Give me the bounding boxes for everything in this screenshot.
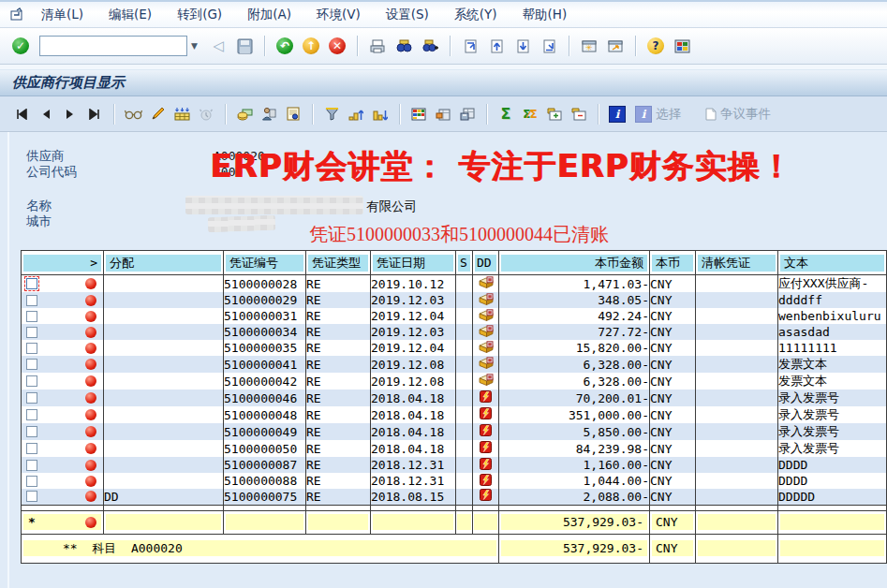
cell-doc-type[interactable]: RE — [306, 324, 371, 340]
switch-view-icon[interactable] — [171, 104, 192, 125]
row-checkbox[interactable] — [26, 460, 37, 471]
row-checkbox[interactable] — [26, 375, 37, 387]
cell-dd[interactable] — [473, 324, 499, 340]
cell-doc-type[interactable]: RE — [306, 356, 371, 373]
command-field[interactable] — [39, 36, 187, 56]
cell-doc-number[interactable]: 5100000088 — [224, 473, 306, 489]
cell-doc-date[interactable]: 2019.12.04 — [371, 340, 456, 356]
next-page-icon[interactable] — [511, 35, 534, 57]
display-glasses-icon[interactable] — [123, 104, 143, 125]
cell-text[interactable]: 发票文本 — [778, 356, 887, 373]
col-header-text[interactable]: 文本 — [778, 251, 887, 275]
cell-s[interactable] — [456, 440, 473, 457]
cell-doc-date[interactable]: 2019.12.08 — [371, 373, 456, 390]
table-row[interactable]: 5100000028 RE 2019.10.12 1,471.03- CNY 应… — [22, 275, 887, 293]
cell-s[interactable] — [456, 308, 473, 324]
cell-doc-number[interactable]: 5100000049 — [224, 423, 306, 440]
cell-s[interactable] — [456, 275, 473, 293]
cell-amount[interactable]: 1,160.00- — [499, 457, 650, 473]
cell-text[interactable]: asasdad — [778, 324, 887, 340]
cell-assignment[interactable] — [104, 308, 224, 324]
print-icon[interactable] — [366, 35, 389, 57]
cell-currency[interactable]: CNY — [650, 292, 696, 308]
table-row[interactable]: 5100000088 RE 2018.12.31 1,044.00- CNY D… — [22, 473, 887, 489]
cell-clearing-doc[interactable] — [696, 489, 778, 505]
menu-item-settings[interactable]: 设置(S) — [386, 7, 429, 23]
cell-clearing-doc[interactable] — [696, 308, 778, 324]
cell-text[interactable]: DDDD — [778, 457, 887, 473]
cell-dd[interactable] — [473, 457, 499, 473]
cell-currency[interactable]: CNY — [650, 324, 696, 340]
find-next-icon[interactable] — [419, 35, 441, 57]
cell-text[interactable]: wenbenbixuluru — [778, 308, 887, 324]
cell-s[interactable] — [456, 373, 473, 390]
table-row[interactable]: 5100000031 RE 2019.12.04 492.24- CNY wen… — [22, 308, 887, 324]
table-row[interactable]: 5100000035 RE 2019.12.04 15,820.00- CNY … — [22, 340, 887, 356]
cell-doc-date[interactable]: 2019.12.08 — [371, 356, 456, 373]
cell-assignment[interactable] — [104, 275, 224, 293]
next-item-icon[interactable] — [60, 104, 81, 125]
cell-s[interactable] — [456, 489, 473, 505]
col-header-assignment[interactable]: 分配 — [104, 251, 224, 275]
cell-dd[interactable] — [473, 356, 499, 373]
cell-doc-number[interactable]: 5100000028 — [224, 275, 306, 293]
filter-icon[interactable] — [321, 104, 342, 125]
cell-currency[interactable]: CNY — [650, 390, 696, 406]
row-checkbox[interactable] — [26, 278, 37, 289]
row-checkbox[interactable] — [26, 327, 37, 338]
menu-item-goto[interactable]: 转到(G) — [177, 7, 222, 23]
exit-icon[interactable]: ↑ — [300, 35, 322, 57]
payment-coins-icon[interactable] — [234, 104, 255, 125]
selection-button[interactable]: i 选择 — [635, 106, 681, 123]
cell-doc-type[interactable]: RE — [306, 275, 371, 293]
cell-assignment[interactable] — [104, 473, 224, 489]
cell-doc-number[interactable]: 5100000050 — [224, 440, 306, 457]
cell-amount[interactable]: 15,820.00- — [499, 340, 650, 356]
cell-assignment[interactable] — [104, 292, 224, 308]
master-data-person-icon[interactable] — [259, 104, 279, 125]
create-shortcut-icon[interactable] — [604, 35, 627, 57]
cell-assignment[interactable] — [104, 356, 224, 373]
cell-doc-number[interactable]: 5100000029 — [224, 292, 306, 308]
cell-doc-type[interactable]: RE — [306, 373, 371, 390]
previous-page-icon[interactable] — [485, 35, 508, 57]
cell-s[interactable] — [456, 356, 473, 373]
cell-dd[interactable] — [473, 423, 499, 440]
cell-clearing-doc[interactable] — [696, 373, 778, 390]
cell-currency[interactable]: CNY — [650, 406, 696, 423]
row-checkbox[interactable] — [26, 392, 37, 404]
find-icon[interactable] — [392, 35, 415, 57]
cell-assignment[interactable] — [104, 406, 224, 423]
cell-currency[interactable]: CNY — [650, 423, 696, 440]
cell-assignment[interactable] — [104, 423, 224, 440]
cell-amount[interactable]: 492.24- — [499, 308, 650, 324]
col-header-doc-type[interactable]: 凭证类型 — [306, 251, 371, 275]
system-menu-icon[interactable] — [9, 7, 26, 22]
table-row[interactable]: 5100000034 RE 2019.12.03 727.72- CNY asa… — [22, 324, 887, 340]
cell-doc-type[interactable]: RE — [306, 440, 371, 457]
cell-clearing-doc[interactable] — [696, 356, 778, 373]
cell-doc-number[interactable]: 5100000042 — [224, 373, 306, 390]
collapse-icon[interactable] — [569, 104, 589, 125]
cell-currency[interactable]: CNY — [650, 275, 696, 293]
cell-assignment[interactable] — [104, 440, 224, 457]
cell-s[interactable] — [456, 292, 473, 308]
cell-text[interactable]: 发票文本 — [778, 373, 887, 390]
menu-item-help[interactable]: 帮助(H) — [523, 7, 568, 23]
cell-doc-date[interactable]: 2019.12.03 — [371, 324, 456, 340]
cell-doc-date[interactable]: 2018.04.18 — [371, 423, 456, 440]
cell-text[interactable]: 录入发票号 — [778, 440, 887, 457]
row-checkbox[interactable] — [26, 409, 37, 420]
cell-clearing-doc[interactable] — [696, 406, 778, 423]
cell-doc-date[interactable]: 2019.12.04 — [371, 308, 456, 324]
cell-doc-date[interactable]: 2018.04.18 — [371, 390, 456, 406]
cell-doc-number[interactable]: 5100000035 — [224, 340, 306, 356]
cell-doc-type[interactable]: RE — [306, 292, 371, 308]
cell-amount[interactable]: 1,471.03- — [499, 275, 650, 293]
cell-currency[interactable]: CNY — [650, 356, 696, 373]
col-header-amount[interactable]: 本币金额 — [499, 251, 650, 275]
cell-s[interactable] — [456, 390, 473, 406]
cell-dd[interactable] — [473, 406, 499, 423]
save-icon[interactable] — [233, 35, 256, 57]
table-row[interactable]: DD 5100000075 RE 2018.08.15 2,088.00- CN… — [22, 489, 887, 505]
